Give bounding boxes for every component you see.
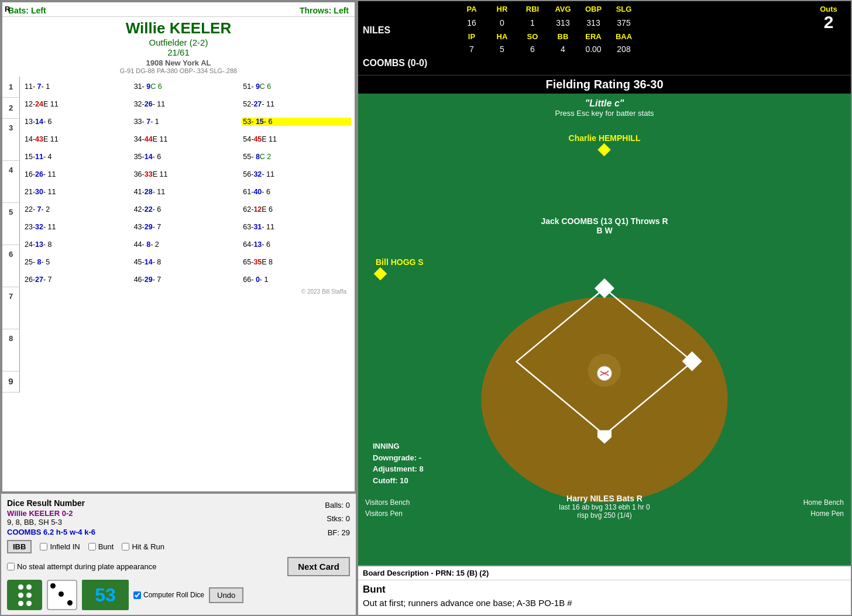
pitcher-field-sub: B W: [541, 226, 668, 235]
slg-header: SLG: [609, 5, 639, 13]
press-esc-label: Press Esc key for batter stats: [358, 109, 851, 118]
batter-slg: 375: [609, 18, 639, 27]
row-5: 5: [2, 203, 19, 245]
scoreboard: NILES COOMBS (0-0) PA HR RBI AVG OBP SLG…: [358, 1, 851, 75]
card-table: 11- 7- 1 31- 9C 6 51- 9C 6 12-24E 11 32-…: [20, 77, 355, 393]
batter-name: Harry NILES Bats R: [559, 494, 650, 503]
table-row: 24-13- 8 44- 8- 2 64-13- 6: [23, 236, 351, 253]
undo-button[interactable]: Undo: [209, 587, 243, 603]
dice-result-section: Dice Result Number Willie KEELER 0-2 9, …: [7, 498, 350, 540]
bf-display: BF: 29: [325, 526, 350, 539]
hit-run-input[interactable]: [122, 543, 129, 550]
player-fraction: 21/61: [2, 47, 355, 57]
table-row: 11- 7- 1 31- 9C 6 51- 9C 6: [23, 78, 351, 95]
center-fielder-name: Charlie HEMPHILL: [569, 133, 641, 143]
little-c-label: "Little c": [358, 98, 851, 109]
fielding-rating: Fielding Rating 36-30: [358, 75, 851, 94]
balls-display: Balls: 0: [325, 498, 350, 512]
throws-label: Throws: Left: [300, 6, 349, 15]
table-row: 26-27- 7 46-29- 7 66- 0- 1: [23, 271, 351, 288]
dice-bottom-row: 53 Computer Roll Dice Undo: [7, 580, 350, 610]
dice-pitcher: COOMBS 6.2 h-5 w-4 k-6: [7, 528, 95, 536]
cell: 45-14- 8: [133, 258, 242, 266]
inning-info: INNING Downgrade: - Adjustment: 8 Cutoff…: [373, 441, 424, 486]
bottom-section: Dice Result Number Willie KEELER 0-2 9, …: [1, 493, 356, 615]
pitcher-bb: 4: [548, 44, 578, 54]
cell: 36-33E 11: [133, 170, 242, 178]
left-fielder: Bill HOGG S: [376, 257, 424, 278]
home-labels: Home Bench Home Pen: [803, 497, 844, 519]
pitcher-name: COOMBS (0-0): [363, 55, 456, 71]
pitcher-ip: 7: [456, 44, 487, 54]
home-pen: Home Pen: [803, 508, 844, 519]
row-6: 6: [2, 245, 19, 287]
board-result-line2: Out at first; runners advance one base; …: [363, 598, 846, 608]
cell: 32-26- 11: [133, 100, 242, 108]
table-row: 13-14- 6 33- 7- 1 53- 15- 6: [23, 113, 351, 130]
inning-label: INNING: [373, 441, 424, 452]
options-row: IBB Infield IN Bunt Hit & Run: [7, 540, 350, 553]
pitcher-field-name: Jack COOMBS (13 Q1) Throws R: [541, 216, 668, 226]
next-card-button[interactable]: Next Card: [287, 557, 350, 576]
computer-roll-input[interactable]: [133, 591, 141, 599]
score-team-labels: NILES COOMBS (0-0): [363, 5, 456, 71]
table-row: 23-32- 11 43-29- 7 63-31- 11: [23, 218, 351, 236]
rbi-header: RBI: [517, 5, 548, 13]
computer-roll-area: Computer Roll Dice: [133, 591, 204, 599]
cell: 46-29- 7: [133, 276, 242, 284]
cell: 12-24E 11: [23, 100, 133, 108]
cell: 33- 7- 1: [133, 118, 242, 126]
cell: 65-35E 8: [242, 258, 351, 266]
era-header: ERA: [578, 32, 609, 41]
field-info-overlay: "Little c" Press Esc key for batter stat…: [358, 98, 851, 118]
left-fielder-diamond: [374, 267, 387, 281]
center-fielder: Charlie HEMPHILL: [569, 133, 641, 157]
visitors-bench: Visitors Bench: [365, 497, 410, 508]
row-9: 9: [2, 371, 19, 393]
second-base: [595, 278, 614, 298]
bunt-checkbox[interactable]: Bunt: [88, 542, 114, 551]
infield-in-input[interactable]: [40, 543, 47, 550]
outs-value: 2: [811, 13, 846, 31]
cell: 23-32- 11: [23, 223, 133, 231]
bunt-input[interactable]: [88, 543, 96, 550]
obp-header: OBP: [578, 5, 609, 13]
r-label: R: [5, 5, 10, 13]
player-stats-line: G-91 DG-88 PA-380 OBP-.334 SLG-.288: [2, 67, 355, 74]
hr-header: HR: [487, 5, 517, 13]
batter-team: NILES: [363, 22, 456, 39]
hit-run-checkbox[interactable]: Hit & Run: [122, 542, 164, 551]
batter-obp: 313: [578, 18, 609, 27]
infield-in-checkbox[interactable]: Infield IN: [40, 542, 80, 551]
no-steal-input[interactable]: [7, 563, 15, 570]
player-position: Outfielder (2-2): [2, 37, 355, 47]
computer-roll-checkbox[interactable]: Computer Roll Dice: [133, 591, 204, 599]
cell: 52-27- 11: [242, 100, 351, 108]
cell: 62-12E 6: [242, 205, 351, 214]
cell: 66- 0- 1: [242, 276, 351, 284]
card-header: Bats: Left Throws: Left: [2, 2, 355, 17]
row-2: 2: [2, 98, 19, 119]
table-row: 16-26- 11 36-33E 11 56-32- 11: [23, 166, 351, 183]
ibb-button[interactable]: IBB: [7, 540, 32, 553]
score-stats: PA HR RBI AVG OBP SLG 16 0 1 313 313 375…: [456, 5, 811, 71]
copyright: © 2023 Bill Staffa: [23, 288, 351, 296]
cell-highlighted: 53- 15- 6: [242, 118, 351, 126]
card-body: 1 2 3 4 5 6 7 8 9 11- 7- 1 31- 9C 6 51- …: [2, 74, 355, 395]
cell: 31- 9C 6: [133, 82, 242, 91]
pitcher-field: Jack COOMBS (13 Q1) Throws R B W: [541, 216, 668, 235]
cell: 22- 7- 2: [23, 205, 133, 214]
ha-header: HA: [487, 32, 517, 41]
row-3: 3: [2, 119, 19, 161]
batter-last-ab: last 16 ab bvg 313 ebh 1 hr 0: [559, 503, 650, 511]
no-steal-checkbox[interactable]: No steal attempt during plate appearance: [7, 562, 157, 571]
cell: 41-28- 11: [133, 188, 242, 196]
visitors-pen: Visitors Pen: [365, 508, 410, 519]
row-8: 8: [2, 329, 19, 371]
left-fielder-name: Bill HOGG S: [376, 257, 424, 267]
card-title: Willie KEELER Outfielder (2-2) 21/61 190…: [2, 17, 355, 74]
bats-label: Bats: Left: [8, 6, 46, 15]
player-year-team: 1908 New York AL: [2, 58, 355, 67]
table-row: 22- 7- 2 42-22- 6 62-12E 6: [23, 201, 351, 218]
cell: 42-22- 6: [133, 205, 242, 214]
